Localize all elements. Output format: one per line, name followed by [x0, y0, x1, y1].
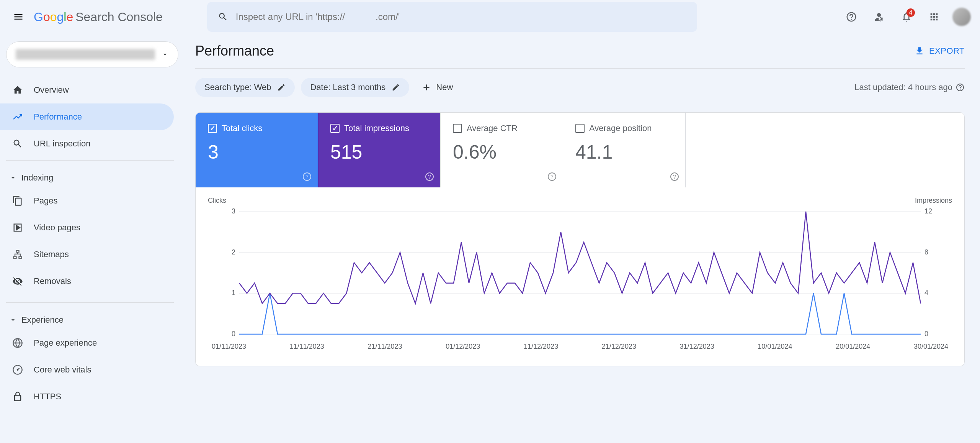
nav-section-header-experience[interactable]: Experience [6, 310, 174, 330]
svg-text:0: 0 [924, 330, 928, 338]
metric-label: Total impressions [344, 123, 409, 133]
nav-label: Page experience [34, 338, 97, 348]
url-inspect-input[interactable] [236, 11, 686, 22]
metric-label: Total clicks [222, 123, 262, 133]
hamburger-icon [13, 11, 24, 22]
nav-overview[interactable]: Overview [0, 77, 174, 103]
users-button[interactable] [870, 8, 888, 26]
nav-video-pages[interactable]: Video pages [0, 214, 174, 241]
svg-text:?: ? [428, 174, 431, 180]
help-icon[interactable]: ? [670, 172, 679, 181]
trending-icon [12, 112, 23, 122]
nav-label: Pages [34, 196, 57, 206]
help-icon[interactable]: ? [425, 172, 434, 181]
chip-label: Search type: Web [204, 82, 271, 92]
globe-icon [12, 338, 23, 348]
chart-area: Clicks Impressions 012304812 01/11/20231… [196, 187, 964, 366]
nav-performance[interactable]: Performance [0, 103, 174, 130]
y-axis-right-label: Impressions [915, 197, 952, 205]
checkbox-checked-icon [330, 124, 340, 133]
checkbox-unchecked-icon [575, 124, 585, 133]
menu-button[interactable] [9, 8, 28, 26]
nav-page-experience[interactable]: Page experience [0, 330, 174, 356]
nav-label: HTTPS [34, 392, 61, 402]
last-updated: Last updated: 4 hours ago [854, 82, 965, 92]
nav-https[interactable]: HTTPS [0, 383, 174, 410]
chevron-down-icon [161, 51, 169, 58]
nav-url-inspection[interactable]: URL inspection [0, 130, 174, 157]
svg-text:4: 4 [924, 289, 928, 297]
help-icon [846, 11, 857, 23]
metric-average-position[interactable]: Average position 41.1 ? [563, 113, 686, 187]
metric-total-clicks[interactable]: Total clicks 3 ? [196, 113, 318, 187]
help-button[interactable] [842, 8, 861, 26]
help-icon[interactable]: ? [302, 172, 312, 181]
nav-label: Performance [34, 112, 82, 122]
app-header: Google Search Console 4 [0, 0, 980, 34]
metric-average-ctr[interactable]: Average CTR 0.6% ? [441, 113, 563, 187]
filters-row: Search type: Web Date: Last 3 months New… [195, 68, 965, 106]
svg-text:?: ? [305, 174, 309, 180]
lock-icon [12, 391, 23, 402]
metric-value: 515 [330, 141, 428, 163]
search-icon [218, 11, 228, 22]
apps-button[interactable] [925, 8, 943, 26]
app-logo[interactable]: Google Search Console [34, 10, 163, 24]
nav-section-title: Experience [21, 315, 64, 325]
svg-text:1: 1 [232, 289, 235, 297]
main-content: Performance EXPORT Search type: Web Date… [180, 34, 980, 443]
metric-value: 41.1 [575, 141, 673, 163]
help-icon[interactable] [956, 83, 965, 92]
svg-text:12: 12 [924, 208, 932, 215]
chip-label: Date: Last 3 months [310, 82, 385, 92]
new-filter-button[interactable]: New [415, 78, 459, 97]
app-name-suffix: Search Console [75, 10, 163, 24]
url-inspect-search[interactable] [207, 2, 697, 32]
property-selector[interactable] [6, 41, 178, 67]
notification-badge: 4 [906, 8, 915, 17]
header-actions: 4 [842, 8, 971, 26]
gauge-icon [12, 364, 23, 375]
nav-label: Core web vitals [34, 365, 91, 375]
filter-date[interactable]: Date: Last 3 months [301, 78, 409, 97]
chevron-down-icon [9, 174, 17, 182]
chevron-down-icon [9, 316, 17, 324]
help-icon[interactable]: ? [547, 172, 557, 181]
metric-total-impressions[interactable]: Total impressions 515 ? [318, 113, 441, 187]
export-button[interactable]: EXPORT [915, 46, 965, 56]
eye-off-icon [12, 276, 23, 287]
nav-removals[interactable]: Removals [0, 268, 174, 295]
svg-text:2: 2 [232, 248, 235, 256]
nav-label: Overview [34, 85, 69, 95]
pencil-icon [392, 83, 400, 92]
metric-value: 0.6% [453, 141, 550, 163]
metric-value: 3 [208, 141, 305, 163]
svg-text:3: 3 [232, 208, 235, 215]
nav-sitemaps[interactable]: Sitemaps [0, 241, 174, 268]
filter-search-type[interactable]: Search type: Web [195, 78, 295, 97]
metric-label: Average position [589, 123, 652, 133]
nav-section-title: Indexing [21, 173, 53, 183]
notifications-button[interactable]: 4 [897, 8, 916, 26]
export-label: EXPORT [929, 46, 965, 56]
nav-label: Video pages [34, 223, 80, 233]
nav-section-header-indexing[interactable]: Indexing [6, 168, 174, 187]
svg-text:0: 0 [232, 330, 235, 338]
nav-label: Removals [34, 276, 71, 286]
performance-card: Total clicks 3 ? Total impressions 515 ?… [195, 112, 965, 366]
x-axis-ticks: 01/11/202311/11/202321/11/202301/12/2023… [208, 343, 952, 351]
metrics-row: Total clicks 3 ? Total impressions 515 ?… [196, 113, 964, 187]
checkbox-unchecked-icon [453, 124, 462, 133]
nav-pages[interactable]: Pages [0, 187, 174, 214]
svg-point-2 [17, 369, 19, 371]
property-name-blurred [16, 49, 155, 60]
svg-text:?: ? [550, 174, 554, 180]
account-avatar[interactable] [952, 8, 971, 26]
nav-label: Sitemaps [34, 249, 69, 259]
pencil-icon [277, 83, 286, 92]
page-title: Performance [195, 43, 274, 59]
nav-core-web-vitals[interactable]: Core web vitals [0, 356, 174, 383]
metric-label: Average CTR [467, 123, 518, 133]
sitemap-icon [12, 249, 23, 260]
performance-chart[interactable]: 012304812 [208, 208, 952, 338]
